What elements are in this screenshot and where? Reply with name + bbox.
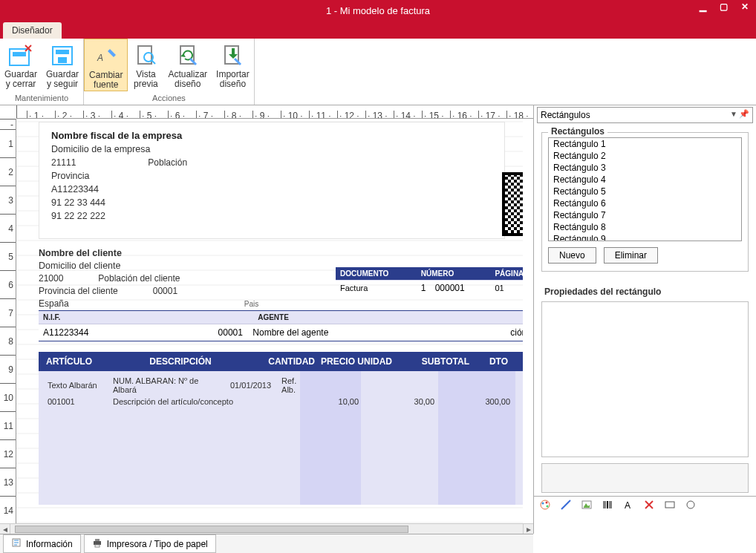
svg-point-15 bbox=[541, 500, 550, 509]
doc-number-value[interactable]: 1 000001 bbox=[417, 281, 491, 296]
report-canvas[interactable]: Régimen especial del criterio de caja No… bbox=[16, 119, 523, 523]
rect-preview-box bbox=[541, 463, 749, 493]
pay-header: FORMA DE PAGO bbox=[385, 313, 523, 321]
items-body[interactable]: Texto Albarán NUM. ALBARAN: Nº de Albará… bbox=[39, 371, 523, 505]
list-item[interactable]: Rectángulo 8 bbox=[549, 221, 741, 233]
delete-button[interactable]: Eliminar bbox=[604, 247, 658, 264]
company-name[interactable]: Nombre fiscal de la empresa bbox=[51, 130, 492, 141]
delete-red-icon[interactable] bbox=[642, 499, 656, 511]
client-country[interactable]: España bbox=[39, 298, 69, 309]
list-item[interactable]: Rectángulo 3 bbox=[549, 162, 741, 174]
client-address[interactable]: Domicilio del cliente bbox=[39, 261, 321, 271]
list-item[interactable]: Rectángulo 1 bbox=[549, 138, 741, 150]
company-city[interactable]: Población bbox=[148, 157, 187, 168]
scroll-thumb[interactable] bbox=[15, 526, 408, 533]
client-city[interactable]: Población del cliente bbox=[98, 273, 180, 284]
rectangles-listbox[interactable]: Rectángulo 1Rectángulo 2Rectángulo 3Rect… bbox=[548, 137, 742, 241]
list-item[interactable]: Rectángulo 7 bbox=[549, 209, 741, 221]
client-box[interactable]: Nombre del cliente Domicilio del cliente… bbox=[39, 248, 321, 311]
maximize-button[interactable]: ▢ bbox=[720, 1, 728, 12]
client-country-label[interactable]: Pais bbox=[244, 300, 258, 308]
pay-value[interactable]: ción de forma de pago bbox=[385, 327, 523, 338]
item-code[interactable]: 001001 bbox=[43, 396, 107, 407]
client-name[interactable]: Nombre del cliente bbox=[39, 248, 321, 258]
item-desc2[interactable]: Descripción del artículo/concepto bbox=[108, 396, 313, 407]
item-desc-text[interactable]: NUM. ALBARAN: Nº de Albará bbox=[108, 376, 224, 395]
minimize-button[interactable]: ▁ bbox=[700, 1, 706, 12]
company-phone2[interactable]: 91 22 22 222 bbox=[51, 211, 492, 221]
doc-document-value[interactable]: Factura bbox=[336, 281, 417, 296]
item-article-text[interactable]: Texto Albarán bbox=[43, 376, 107, 395]
element-type-dropdown[interactable]: Rectángulos ▼ 📌 bbox=[537, 107, 753, 123]
agent-value[interactable]: 00001 Nombre del agente bbox=[162, 327, 385, 338]
pin-icon[interactable]: 📌 bbox=[739, 109, 749, 119]
company-zip[interactable]: 21111 bbox=[51, 157, 76, 168]
svg-line-19 bbox=[561, 500, 570, 509]
change-font-label: Cambiar fuente bbox=[89, 71, 123, 90]
item-price[interactable]: 30,00 bbox=[365, 396, 439, 407]
barcode-icon[interactable] bbox=[601, 499, 614, 511]
company-box[interactable]: Nombre fiscal de la empresa Domicilio de… bbox=[39, 122, 505, 239]
footer-tabs: Información Impresora / Tipo de papel bbox=[0, 534, 533, 553]
scroll-right-arrow[interactable]: ▸ bbox=[523, 524, 533, 534]
list-item[interactable]: Rectángulo 4 bbox=[549, 174, 741, 186]
doc-header[interactable]: DOCUMENTO NÚMERO PÁGINA Factura 1 000001… bbox=[336, 267, 523, 295]
save-close-button[interactable]: Guardar y cerrar bbox=[0, 39, 42, 91]
dochdr-document: DOCUMENTO bbox=[336, 267, 417, 281]
list-item[interactable]: Rectángulo 9 bbox=[549, 233, 741, 241]
col-subtotal: SUBTOTAL bbox=[392, 356, 469, 367]
company-phone1[interactable]: 91 22 33 444 bbox=[51, 197, 492, 208]
item-qty[interactable]: 10,00 bbox=[314, 396, 363, 407]
close-button[interactable]: ✕ bbox=[741, 1, 749, 12]
text-icon[interactable]: A bbox=[622, 499, 635, 511]
client-country-row[interactable]: España Pais bbox=[39, 298, 321, 309]
company-province[interactable]: Provincia bbox=[51, 171, 492, 181]
company-nif[interactable]: A11223344 bbox=[51, 184, 492, 194]
tab-information[interactable]: Información bbox=[3, 534, 81, 553]
svg-rect-1 bbox=[13, 52, 26, 56]
list-item[interactable]: Rectángulo 5 bbox=[549, 186, 741, 197]
update-label: Actualizar diseño bbox=[168, 70, 207, 89]
save-icon bbox=[49, 42, 76, 68]
item-dto[interactable]: 20, bbox=[516, 396, 523, 407]
client-zip[interactable]: 21000 bbox=[39, 273, 63, 284]
scroll-left-arrow[interactable]: ◂ bbox=[0, 524, 10, 534]
nif-value[interactable]: A11223344 bbox=[43, 327, 162, 338]
col-discount: DTO bbox=[469, 356, 514, 367]
list-item[interactable]: Rectángulo 2 bbox=[549, 150, 741, 162]
doc-page-value[interactable]: 01 bbox=[490, 281, 523, 296]
chevron-down-icon: ▼ bbox=[730, 110, 737, 118]
svg-marker-12 bbox=[180, 53, 186, 57]
palette-icon[interactable] bbox=[538, 499, 552, 511]
ruler-horizontal: · 1 ·· 2 ·· 3 ·· 4 ·· 5 ·· 6 ·· 7 ·· 8 ·… bbox=[16, 105, 533, 119]
change-font-button[interactable]: A Cambiar fuente bbox=[84, 39, 128, 91]
client-province-row[interactable]: Provincia del cliente 00001 bbox=[39, 286, 321, 296]
line-icon[interactable] bbox=[559, 499, 573, 511]
horizontal-scrollbar[interactable]: ◂ ▸ bbox=[0, 523, 533, 534]
item-date[interactable]: 01/01/2013 bbox=[226, 376, 276, 395]
new-button[interactable]: Nuevo bbox=[548, 247, 596, 264]
circle-icon[interactable] bbox=[684, 499, 697, 511]
save-continue-button[interactable]: Guardar y seguir bbox=[42, 39, 83, 91]
item-subtotal[interactable]: 300,00 bbox=[440, 396, 515, 407]
rectangle-icon[interactable] bbox=[663, 499, 677, 511]
nif-agent-pay[interactable]: N.I.F. AGENTE FORMA DE PAGO A11223344 00… bbox=[39, 310, 523, 341]
company-address[interactable]: Domicilio de la empresa bbox=[51, 144, 492, 154]
item-ref[interactable]: Ref. Alb. bbox=[277, 376, 313, 395]
canvas-scroll[interactable]: Régimen especial del criterio de caja No… bbox=[16, 119, 523, 523]
list-item[interactable]: Rectángulo 6 bbox=[549, 197, 741, 209]
update-design-button[interactable]: Actualizar diseño bbox=[163, 39, 212, 91]
tab-designer[interactable]: Diseñador bbox=[3, 22, 62, 39]
preview-button[interactable]: Vista previa bbox=[128, 39, 163, 91]
qrcode-placeholder[interactable] bbox=[502, 172, 523, 236]
client-code[interactable]: 00001 bbox=[153, 286, 177, 296]
import-design-button[interactable]: Importar diseño bbox=[212, 39, 254, 91]
tab-printer[interactable]: Impresora / Tipo de papel bbox=[84, 534, 216, 553]
items-header: ARTÍCULO DESCRIPCIÓN CANTIDAD PRECIO UNI… bbox=[39, 352, 523, 371]
preview-icon bbox=[132, 42, 159, 68]
company-zip-city[interactable]: 21111 Población bbox=[51, 157, 492, 168]
properties-box[interactable] bbox=[541, 301, 749, 457]
client-zip-city[interactable]: 21000 Población del cliente bbox=[39, 273, 321, 284]
client-province[interactable]: Provincia del cliente bbox=[39, 286, 118, 296]
image-icon[interactable] bbox=[580, 499, 593, 511]
